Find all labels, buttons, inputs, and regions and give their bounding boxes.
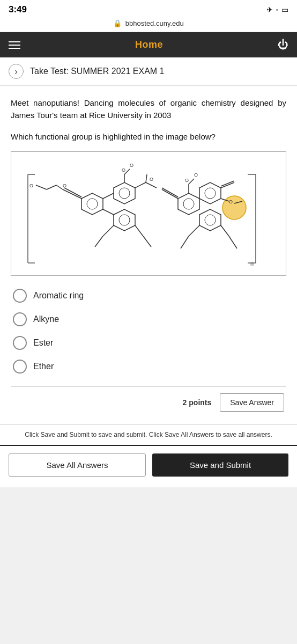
svg-text:O: O [122,167,125,173]
svg-line-20 [95,236,103,247]
svg-marker-27 [178,193,199,215]
svg-text:n: n [250,260,254,267]
option-alkyne[interactable]: Alkyne [13,312,284,326]
molecule-svg: O O O O [16,158,281,271]
svg-text:O: O [229,199,233,204]
svg-line-33 [162,189,178,199]
svg-line-7 [63,189,81,199]
svg-marker-5 [81,193,103,215]
breadcrumb-bar: › Take Test: SUMMER 2021 EXAM 1 [0,57,297,86]
points-label: 2 points [183,398,212,407]
svg-marker-37 [199,209,221,231]
radio-alkyne[interactable] [13,312,27,326]
divider [11,386,286,387]
options-list: Aromatic ring Alkyne Ester Ether [11,289,286,374]
svg-marker-35 [199,182,221,204]
svg-line-45 [189,225,199,236]
svg-line-9 [103,193,114,199]
svg-point-28 [183,199,194,209]
status-icons: ✈ ◦ ▭ [266,5,288,14]
svg-point-18 [119,215,130,225]
url-bar: 🔒 bbhosted.cuny.edu [0,17,297,32]
url-text: bbhosted.cuny.edu [125,19,184,27]
bottom-buttons: Save All Answers Save and Submit [0,445,297,487]
svg-line-8 [64,188,81,197]
back-button[interactable]: › [9,64,24,79]
svg-line-47 [221,225,229,236]
battery-icon: ▭ [281,5,288,14]
airplane-icon: ✈ [266,5,273,14]
svg-line-34 [162,188,178,197]
svg-point-6 [87,199,98,209]
svg-line-23 [135,182,146,188]
svg-line-46 [181,236,189,248]
svg-point-36 [205,188,216,199]
status-time: 3:49 [9,4,27,15]
radio-ester[interactable] [13,336,27,350]
bottom-row: 2 points Save Answer [11,393,286,416]
svg-line-10 [103,209,114,215]
power-icon[interactable]: ⏻ [278,39,288,51]
svg-point-12 [119,188,130,199]
svg-line-0 [36,185,47,189]
svg-line-26 [146,174,147,182]
wifi-icon: ◦ [276,6,278,13]
svg-marker-11 [114,182,135,204]
svg-line-21 [135,225,143,236]
svg-point-38 [205,215,216,225]
molecule-drawing: O O O O [20,158,277,271]
save-all-button[interactable]: Save All Answers [9,453,146,477]
svg-line-19 [103,225,114,236]
footer-notice: Click Save and Submit to save and submit… [0,425,297,445]
svg-text:O: O [150,177,153,182]
save-answer-button[interactable]: Save Answer [220,393,284,412]
footer-notice-text: Click Save and Submit to save and submit… [25,431,272,438]
nav-bar: Home ⏻ [0,32,297,57]
option-aromatic[interactable]: Aromatic ring [13,289,284,303]
svg-text:O: O [185,178,189,183]
question-prompt: Which functional group is highlighted in… [11,130,286,143]
breadcrumb-text: Take Test: SUMMER 2021 EXAM 1 [30,67,164,76]
svg-line-24 [146,182,157,188]
molecule-image-box: O O O O [11,151,286,276]
svg-text:O: O [29,183,33,188]
svg-line-48 [229,236,237,248]
option-ester[interactable]: Ester [13,336,284,350]
svg-line-1 [47,185,56,189]
svg-point-39 [222,196,246,219]
option-ester-label: Ester [33,338,53,348]
option-aromatic-label: Aromatic ring [33,291,84,301]
option-ether-label: Ether [33,362,54,371]
svg-marker-17 [114,209,135,231]
lock-icon: 🔒 [113,19,122,27]
main-content: Meet nanoputians! Dancing molecules of o… [0,86,297,425]
svg-text:O: O [194,172,198,178]
radio-aromatic[interactable] [13,289,27,303]
radio-ether[interactable] [13,360,27,374]
save-submit-button[interactable]: Save and Submit [152,453,288,477]
question-paragraph: Meet nanoputians! Dancing molecules of o… [11,97,286,122]
svg-text:O: O [130,163,133,168]
option-ether[interactable]: Ether [13,360,284,374]
svg-line-3 [56,185,63,189]
svg-line-22 [143,236,151,247]
nav-title: Home [135,39,163,50]
status-bar: 3:49 ✈ ◦ ▭ [0,0,297,17]
option-alkyne-label: Alkyne [33,314,59,324]
hamburger-menu[interactable] [9,41,20,49]
svg-line-31 [189,179,194,184]
